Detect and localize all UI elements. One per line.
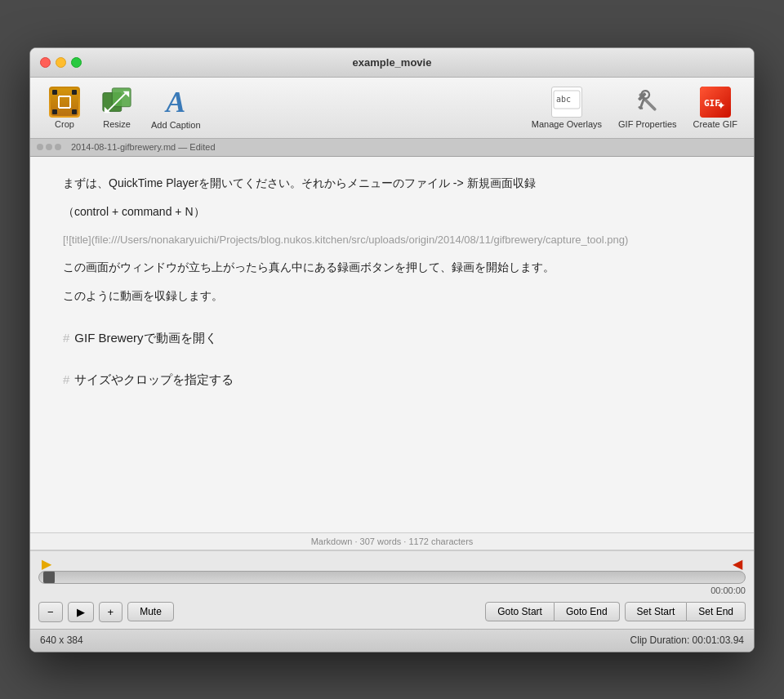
status-bar: Markdown · 307 words · 1172 characters <box>30 532 754 550</box>
toolbar: Crop Resize A Add Caption <box>30 78 754 139</box>
svg-rect-3 <box>52 109 57 114</box>
minimize-button[interactable] <box>56 57 66 68</box>
clip-duration-value: 00:01:03.94 <box>693 634 744 646</box>
decrease-button[interactable]: − <box>38 602 63 622</box>
file-info: Markdown · 307 words · 1172 characters <box>311 536 474 546</box>
svg-text:abc: abc <box>556 95 571 104</box>
maximize-button[interactable] <box>71 57 82 68</box>
app-window: example_movie <box>29 47 755 652</box>
hash-1: # <box>63 331 69 345</box>
timeline-marker-left: ▶ <box>42 556 51 572</box>
subbar-dot-3 <box>55 144 61 150</box>
mute-button[interactable]: Mute <box>127 602 174 621</box>
hash-2: # <box>63 372 69 386</box>
create-gif-icon: GIF ✦ <box>700 87 731 118</box>
heading-1: #GIF Breweryで動画を開く <box>63 327 721 349</box>
content-area: まずは、QuickTime Playerを開いてください。それからメニューのファ… <box>30 157 754 532</box>
svg-line-20 <box>639 107 643 109</box>
svg-rect-1 <box>52 90 57 95</box>
resize-icon <box>101 87 132 118</box>
svg-rect-4 <box>72 109 77 114</box>
create-gif-label: Create GIF <box>693 119 737 129</box>
controls-bar: − ▶ + Mute Goto Start Goto End Set Start… <box>30 599 754 629</box>
set-end-button[interactable]: Set End <box>687 602 746 621</box>
clip-duration-label: Clip Duration: <box>630 634 690 646</box>
goto-end-button[interactable]: Goto End <box>555 602 620 621</box>
content-text: まずは、QuickTime Playerを開いてください。それからメニューのファ… <box>63 173 721 390</box>
timeline-markers: ▶ ◀ <box>38 556 746 569</box>
set-btn-group: Set Start Set End <box>625 602 746 621</box>
filename-label: 2014-08-11-gifbrewery.md — Edited <box>71 142 216 152</box>
subbar-dots <box>37 144 61 150</box>
timeline-marker-right: ◀ <box>733 556 742 572</box>
dimensions-label: 640 x 384 <box>40 634 83 646</box>
current-time: 00:00:00 <box>710 585 746 595</box>
close-button[interactable] <box>40 57 51 68</box>
paragraph-2: （control + command + N） <box>63 202 721 222</box>
subbar: 2014-08-11-gifbrewery.md — Edited <box>30 139 754 157</box>
manage-overlays-icon: abc <box>551 87 582 118</box>
toolbar-item-manage-overlays[interactable]: abc Manage Overlays <box>525 83 608 132</box>
toolbar-item-resize[interactable]: Resize <box>92 83 141 132</box>
heading-2: #サイズやクロップを指定する <box>63 368 721 390</box>
crop-label: Crop <box>55 119 74 129</box>
resize-label: Resize <box>103 119 131 129</box>
subbar-dot-1 <box>37 144 43 150</box>
clip-duration: Clip Duration: 00:01:03.94 <box>630 634 744 646</box>
timeline-time: 00:00:00 <box>38 585 746 595</box>
link-text: [![title](file:///Users/nonakaryuichi/Pr… <box>63 230 721 249</box>
paragraph-4: このように動画を収録します。 <box>63 286 721 306</box>
window-title: example_movie <box>353 56 432 69</box>
timeline-area: ▶ ◀ 00:00:00 <box>30 550 754 599</box>
toolbar-item-add-caption[interactable]: A Add Caption <box>145 82 207 133</box>
toolbar-item-create-gif[interactable]: GIF ✦ Create GIF <box>687 83 744 132</box>
manage-overlays-label: Manage Overlays <box>532 119 602 129</box>
gif-properties-icon <box>632 87 663 118</box>
play-button[interactable]: ▶ <box>68 602 94 622</box>
crop-icon <box>49 87 80 118</box>
gif-properties-label: GIF Properties <box>618 119 677 129</box>
paragraph-3: この画面がウィンドウが立ち上がったら真ん中にある録画ボタンを押して、録画を開始し… <box>63 257 721 278</box>
svg-text:✦: ✦ <box>716 99 726 112</box>
bottom-bar: 640 x 384 Clip Duration: 00:01:03.94 <box>30 629 754 652</box>
svg-rect-2 <box>72 90 77 95</box>
timeline-thumb[interactable] <box>43 571 55 584</box>
toolbar-item-gif-properties[interactable]: GIF Properties <box>612 83 684 132</box>
paragraph-1: まずは、QuickTime Playerを開いてください。それからメニューのファ… <box>63 173 721 194</box>
goto-start-button[interactable]: Goto Start <box>485 602 555 621</box>
toolbar-item-crop[interactable]: Crop <box>40 83 89 132</box>
traffic-lights <box>40 57 82 68</box>
add-caption-label: Add Caption <box>151 120 201 130</box>
subbar-dot-2 <box>46 144 52 150</box>
title-bar: example_movie <box>30 48 754 78</box>
add-caption-icon: A <box>159 86 192 118</box>
increase-button[interactable]: + <box>99 602 123 622</box>
timeline-track[interactable] <box>38 571 746 584</box>
set-start-button[interactable]: Set Start <box>625 602 688 621</box>
nav-btn-group: Goto Start Goto End <box>485 602 619 621</box>
